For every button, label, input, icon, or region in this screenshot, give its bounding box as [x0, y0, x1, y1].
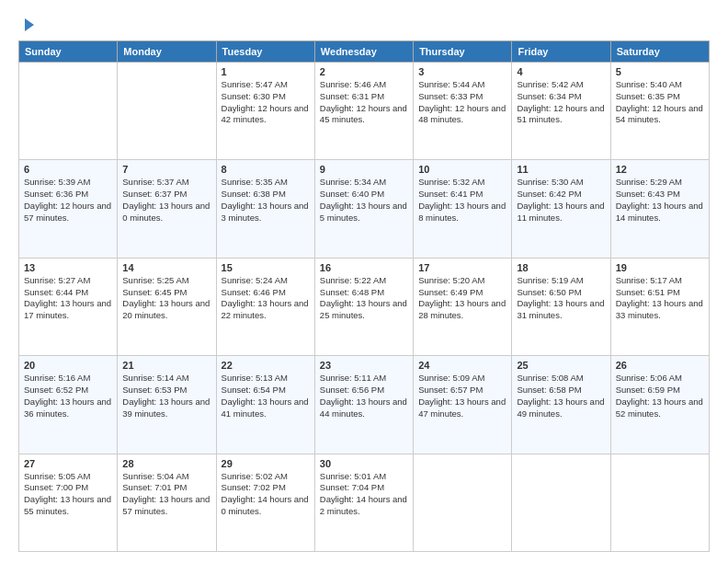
cell-info: Sunrise: 5:42 AM Sunset: 6:34 PM Dayligh… — [517, 79, 605, 126]
calendar-cell: 7Sunrise: 5:37 AM Sunset: 6:37 PM Daylig… — [118, 160, 216, 258]
cell-info: Sunrise: 5:20 AM Sunset: 6:49 PM Dayligh… — [418, 275, 506, 322]
calendar-cell: 2Sunrise: 5:46 AM Sunset: 6:31 PM Daylig… — [314, 63, 413, 160]
calendar-cell — [118, 63, 216, 160]
calendar-row-5: 27Sunrise: 5:05 AM Sunset: 7:00 PM Dayli… — [19, 454, 710, 551]
cell-info: Sunrise: 5:14 AM Sunset: 6:53 PM Dayligh… — [122, 373, 210, 419]
calendar-cell: 8Sunrise: 5:35 AM Sunset: 6:38 PM Daylig… — [216, 160, 314, 258]
day-number: 13 — [24, 262, 112, 273]
day-number: 11 — [517, 164, 605, 175]
cell-info: Sunrise: 5:35 AM Sunset: 6:38 PM Dayligh… — [222, 177, 310, 224]
col-header-sunday: Sunday — [19, 41, 118, 63]
cell-info: Sunrise: 5:37 AM Sunset: 6:37 PM Dayligh… — [122, 177, 210, 224]
day-number: 21 — [122, 360, 210, 371]
cell-info: Sunrise: 5:25 AM Sunset: 6:45 PM Dayligh… — [122, 275, 210, 322]
calendar-cell: 29Sunrise: 5:02 AM Sunset: 7:02 PM Dayli… — [216, 454, 314, 551]
calendar-cell: 13Sunrise: 5:27 AM Sunset: 6:44 PM Dayli… — [19, 258, 118, 355]
calendar-cell: 12Sunrise: 5:29 AM Sunset: 6:43 PM Dayli… — [610, 160, 709, 258]
col-header-tuesday: Tuesday — [216, 41, 314, 63]
cell-info: Sunrise: 5:05 AM Sunset: 7:00 PM Dayligh… — [24, 471, 112, 518]
cell-info: Sunrise: 5:13 AM Sunset: 6:54 PM Dayligh… — [222, 373, 310, 419]
cell-info: Sunrise: 5:27 AM Sunset: 6:44 PM Dayligh… — [24, 275, 112, 322]
calendar-cell: 6Sunrise: 5:39 AM Sunset: 6:36 PM Daylig… — [19, 160, 118, 258]
col-header-thursday: Thursday — [414, 41, 512, 63]
day-number: 25 — [517, 360, 605, 371]
day-number: 20 — [24, 360, 112, 371]
page: SundayMondayTuesdayWednesdayThursdayFrid… — [0, 0, 728, 563]
col-header-wednesday: Wednesday — [314, 41, 413, 63]
day-number: 24 — [418, 360, 506, 371]
calendar-cell: 14Sunrise: 5:25 AM Sunset: 6:45 PM Dayli… — [118, 258, 216, 355]
calendar-cell: 18Sunrise: 5:19 AM Sunset: 6:50 PM Dayli… — [512, 258, 610, 355]
col-header-friday: Friday — [512, 41, 610, 63]
day-number: 29 — [222, 458, 310, 469]
logo — [18, 17, 34, 31]
day-number: 18 — [517, 262, 605, 273]
calendar-cell: 21Sunrise: 5:14 AM Sunset: 6:53 PM Dayli… — [118, 356, 216, 454]
day-number: 4 — [517, 66, 605, 77]
cell-info: Sunrise: 5:17 AM Sunset: 6:51 PM Dayligh… — [616, 275, 704, 322]
day-number: 22 — [222, 360, 310, 371]
day-number: 3 — [418, 66, 506, 77]
cell-info: Sunrise: 5:39 AM Sunset: 6:36 PM Dayligh… — [24, 177, 112, 224]
cell-info: Sunrise: 5:06 AM Sunset: 6:59 PM Dayligh… — [616, 373, 704, 419]
col-header-monday: Monday — [118, 41, 216, 63]
day-number: 12 — [616, 164, 704, 175]
day-number: 8 — [222, 164, 310, 175]
day-number: 30 — [320, 458, 408, 469]
day-number: 10 — [418, 164, 506, 175]
calendar-row-3: 13Sunrise: 5:27 AM Sunset: 6:44 PM Dayli… — [19, 258, 710, 355]
calendar-cell: 17Sunrise: 5:20 AM Sunset: 6:49 PM Dayli… — [414, 258, 512, 355]
col-header-saturday: Saturday — [610, 41, 709, 63]
calendar-row-2: 6Sunrise: 5:39 AM Sunset: 6:36 PM Daylig… — [19, 160, 710, 258]
calendar-cell — [512, 454, 610, 551]
cell-info: Sunrise: 5:16 AM Sunset: 6:52 PM Dayligh… — [24, 373, 112, 419]
logo-arrow-icon — [25, 18, 34, 31]
cell-info: Sunrise: 5:24 AM Sunset: 6:46 PM Dayligh… — [222, 275, 310, 322]
day-number: 2 — [320, 66, 408, 77]
calendar-cell: 11Sunrise: 5:30 AM Sunset: 6:42 PM Dayli… — [512, 160, 610, 258]
calendar-cell: 16Sunrise: 5:22 AM Sunset: 6:48 PM Dayli… — [314, 258, 413, 355]
calendar-cell: 25Sunrise: 5:08 AM Sunset: 6:58 PM Dayli… — [512, 356, 610, 454]
calendar-cell: 27Sunrise: 5:05 AM Sunset: 7:00 PM Dayli… — [19, 454, 118, 551]
day-number: 19 — [616, 262, 704, 273]
calendar-row-4: 20Sunrise: 5:16 AM Sunset: 6:52 PM Dayli… — [19, 356, 710, 454]
calendar-cell: 24Sunrise: 5:09 AM Sunset: 6:57 PM Dayli… — [414, 356, 512, 454]
calendar-cell: 10Sunrise: 5:32 AM Sunset: 6:41 PM Dayli… — [414, 160, 512, 258]
day-number: 23 — [320, 360, 408, 371]
calendar-cell: 19Sunrise: 5:17 AM Sunset: 6:51 PM Dayli… — [610, 258, 709, 355]
calendar-table: SundayMondayTuesdayWednesdayThursdayFrid… — [18, 40, 710, 552]
calendar-cell: 28Sunrise: 5:04 AM Sunset: 7:01 PM Dayli… — [118, 454, 216, 551]
calendar-cell: 26Sunrise: 5:06 AM Sunset: 6:59 PM Dayli… — [610, 356, 709, 454]
calendar-cell — [19, 63, 118, 160]
day-number: 1 — [222, 66, 310, 77]
cell-info: Sunrise: 5:46 AM Sunset: 6:31 PM Dayligh… — [320, 79, 408, 126]
cell-info: Sunrise: 5:11 AM Sunset: 6:56 PM Dayligh… — [320, 373, 408, 419]
cell-info: Sunrise: 5:29 AM Sunset: 6:43 PM Dayligh… — [616, 177, 704, 224]
day-number: 28 — [122, 458, 210, 469]
calendar-header-row: SundayMondayTuesdayWednesdayThursdayFrid… — [19, 41, 710, 63]
day-number: 9 — [320, 164, 408, 175]
calendar-row-1: 1Sunrise: 5:47 AM Sunset: 6:30 PM Daylig… — [19, 63, 710, 160]
day-number: 7 — [122, 164, 210, 175]
cell-info: Sunrise: 5:19 AM Sunset: 6:50 PM Dayligh… — [517, 275, 605, 322]
calendar-cell: 22Sunrise: 5:13 AM Sunset: 6:54 PM Dayli… — [216, 356, 314, 454]
cell-info: Sunrise: 5:30 AM Sunset: 6:42 PM Dayligh… — [517, 177, 605, 224]
day-number: 5 — [616, 66, 704, 77]
calendar-cell: 30Sunrise: 5:01 AM Sunset: 7:04 PM Dayli… — [314, 454, 413, 551]
calendar-cell: 4Sunrise: 5:42 AM Sunset: 6:34 PM Daylig… — [512, 63, 610, 160]
calendar-cell: 23Sunrise: 5:11 AM Sunset: 6:56 PM Dayli… — [314, 356, 413, 454]
cell-info: Sunrise: 5:47 AM Sunset: 6:30 PM Dayligh… — [222, 79, 310, 126]
day-number: 14 — [122, 262, 210, 273]
cell-info: Sunrise: 5:40 AM Sunset: 6:35 PM Dayligh… — [616, 79, 704, 126]
calendar-cell: 20Sunrise: 5:16 AM Sunset: 6:52 PM Dayli… — [19, 356, 118, 454]
calendar-cell — [414, 454, 512, 551]
calendar-cell: 3Sunrise: 5:44 AM Sunset: 6:33 PM Daylig… — [414, 63, 512, 160]
cell-info: Sunrise: 5:04 AM Sunset: 7:01 PM Dayligh… — [122, 471, 210, 518]
cell-info: Sunrise: 5:08 AM Sunset: 6:58 PM Dayligh… — [517, 373, 605, 419]
cell-info: Sunrise: 5:32 AM Sunset: 6:41 PM Dayligh… — [418, 177, 506, 224]
cell-info: Sunrise: 5:01 AM Sunset: 7:04 PM Dayligh… — [320, 471, 408, 518]
day-number: 6 — [24, 164, 112, 175]
cell-info: Sunrise: 5:34 AM Sunset: 6:40 PM Dayligh… — [320, 177, 408, 224]
calendar-cell: 1Sunrise: 5:47 AM Sunset: 6:30 PM Daylig… — [216, 63, 314, 160]
day-number: 16 — [320, 262, 408, 273]
